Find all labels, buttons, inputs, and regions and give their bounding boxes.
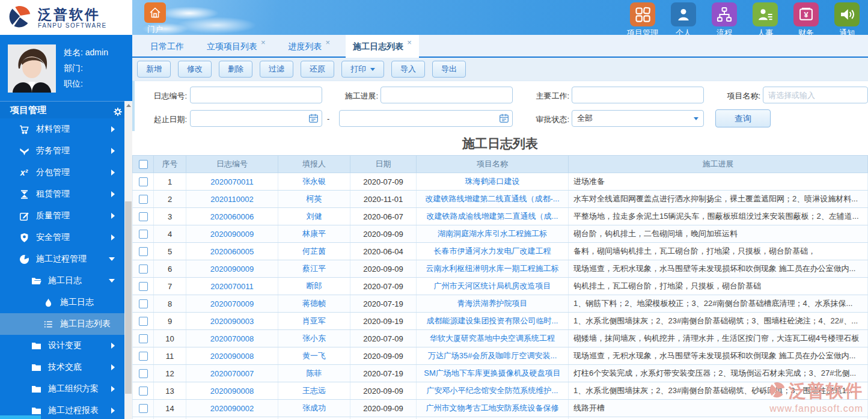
cell-reporter-link[interactable]: 黄一飞 <box>302 351 326 360</box>
cell-project-link[interactable]: 珠海鹤港口建设 <box>465 177 520 186</box>
cell-log-code-link[interactable]: 2020070011 <box>210 177 253 186</box>
export-button[interactable]: 导出 <box>432 61 466 78</box>
row-checkbox[interactable] <box>139 195 148 204</box>
row-checkbox[interactable] <box>139 387 148 396</box>
cell-log-code-link[interactable]: 2020070011 <box>210 282 253 291</box>
row-checkbox[interactable] <box>139 317 148 326</box>
delete-button[interactable]: 删除 <box>219 61 252 78</box>
add-button[interactable]: 新增 <box>137 61 171 78</box>
search-button[interactable]: 查询 <box>715 109 771 127</box>
scrollbar-thumb[interactable] <box>125 201 132 394</box>
cell-log-code-link[interactable]: 2020090009 <box>210 265 254 274</box>
date-to-input[interactable] <box>339 110 513 127</box>
row-checkbox[interactable] <box>139 177 148 186</box>
nav-finance[interactable]: ¥财务 <box>789 2 824 38</box>
cell-reporter-link[interactable]: 张成功 <box>302 403 326 412</box>
cell-project-link[interactable]: 改建铁路成渝线增建第二直通线（成... <box>427 212 558 221</box>
row-checkbox[interactable] <box>139 299 148 308</box>
sidebar-item-lease-management[interactable]: 租赁管理 <box>0 183 124 205</box>
sidebar-item-construction-log[interactable]: 施工日志 <box>0 292 124 313</box>
approval-status-select[interactable]: 全部 <box>572 110 704 127</box>
row-checkbox[interactable] <box>139 352 148 361</box>
sidebar-item-construction-org-plan[interactable]: 施工组织方案 <box>0 378 124 400</box>
row-checkbox[interactable] <box>139 282 148 291</box>
sidebar-item-subcontract-management[interactable]: x²分包管理 <box>0 162 124 183</box>
sidebar-item-technical-disclosure[interactable]: 技术交底 <box>0 356 124 378</box>
cell-reporter-link[interactable]: 张永银 <box>302 177 326 186</box>
close-icon[interactable]: × <box>407 35 412 54</box>
restore-button[interactable]: 还原 <box>301 61 334 78</box>
cell-reporter-link[interactable]: 断郎 <box>307 281 322 290</box>
sidebar-item-construction-log-list[interactable]: 施工日志列表 <box>0 313 124 335</box>
nav-portal[interactable]: 门户 <box>141 2 170 35</box>
cell-log-code-link[interactable]: 2020090008 <box>210 387 254 396</box>
nav-hr[interactable]: 人事 <box>748 2 783 38</box>
cell-log-code-link[interactable]: 2020070008 <box>210 334 254 343</box>
row-checkbox[interactable] <box>139 404 148 413</box>
row-checkbox[interactable] <box>139 369 148 378</box>
cell-log-code-link[interactable]: 2020090002 <box>210 404 254 413</box>
calendar-icon[interactable] <box>308 113 319 123</box>
cell-reporter-link[interactable]: 何芷茵 <box>302 246 326 255</box>
project-name-input[interactable] <box>763 87 868 103</box>
cell-reporter-link[interactable]: 柯英 <box>307 194 322 203</box>
cell-reporter-link[interactable]: 林康平 <box>302 229 326 238</box>
sidebar-item-labor-management[interactable]: 劳务管理 <box>0 140 124 162</box>
sidebar-item-design-change[interactable]: 设计变更 <box>0 335 124 356</box>
cell-project-link[interactable]: SM广场地下车库更换摄像机及硬盘项目 <box>424 369 561 378</box>
cell-project-link[interactable]: 长春市伊通河水力发电厂改建工程 <box>434 246 551 255</box>
cell-log-code-link[interactable]: 2020090008 <box>210 352 254 361</box>
cell-project-link[interactable]: 万达广场35#会所及咖啡厅空调安装... <box>428 351 557 360</box>
edit-button[interactable]: 修改 <box>178 61 212 78</box>
main-work-input[interactable] <box>572 87 704 103</box>
cell-reporter-link[interactable]: 张小东 <box>302 334 326 343</box>
close-icon[interactable]: × <box>261 35 266 54</box>
cell-project-link[interactable]: 成都能源建设集团投资有限公司临时... <box>427 316 558 325</box>
tab-daily-work[interactable]: 日常工作 <box>143 35 191 58</box>
print-button[interactable]: 打印 <box>341 61 384 78</box>
sidebar-item-safety-management[interactable]: 安全管理 <box>0 227 124 248</box>
row-checkbox[interactable] <box>139 230 148 239</box>
cell-reporter-link[interactable]: 蒋德帧 <box>302 299 326 308</box>
cell-log-code-link[interactable]: 2020090009 <box>210 230 254 239</box>
nav-project-management[interactable]: 项目管理 <box>625 2 660 38</box>
tab-project-list[interactable]: 立项项目列表× <box>200 35 273 58</box>
progress-input[interactable] <box>381 87 513 103</box>
tab-progress-list[interactable]: 进度列表× <box>281 35 338 58</box>
calendar-icon[interactable] <box>499 113 509 123</box>
cell-reporter-link[interactable]: 陈菲 <box>307 369 322 378</box>
date-from-input[interactable] <box>190 110 322 127</box>
sidebar-item-construction-log-folder[interactable]: 施工日志 <box>0 270 124 292</box>
cell-reporter-link[interactable]: 刘健 <box>307 212 322 221</box>
select-all-checkbox[interactable] <box>139 160 148 169</box>
cell-project-link[interactable]: 广州市天河区统计局机房改造项目 <box>434 281 551 290</box>
cell-project-link[interactable]: 广州市文物考古工地安防系统设备保修 <box>426 403 559 412</box>
cell-log-code-link[interactable]: 2020090003 <box>210 317 254 326</box>
nav-personal[interactable]: 个人 <box>666 2 701 38</box>
cell-reporter-link[interactable]: 肖亚军 <box>302 316 326 325</box>
row-checkbox[interactable] <box>139 334 148 343</box>
scrollbar-up-arrow-icon[interactable] <box>124 101 132 109</box>
cell-log-code-link[interactable]: 2020070007 <box>210 369 254 378</box>
row-checkbox[interactable] <box>139 212 148 221</box>
sidebar-scrollbar[interactable] <box>124 101 132 419</box>
close-icon[interactable]: × <box>326 35 331 54</box>
cell-project-link[interactable]: 改建铁路线增建第二线直通线（成都-... <box>425 194 559 203</box>
cell-log-code-link[interactable]: 2020060005 <box>210 247 254 256</box>
row-checkbox[interactable] <box>139 247 148 256</box>
cell-project-link[interactable]: 华软大厦研究基地中央空调系统工程 <box>430 334 555 343</box>
tab-construction-log-list[interactable]: 施工日志列表× <box>346 35 419 58</box>
filter-button[interactable]: 过滤 <box>260 61 293 78</box>
sidebar-section-header[interactable]: 项目管理 <box>0 101 132 118</box>
cell-reporter-link[interactable]: 王志远 <box>302 386 326 395</box>
cell-log-code-link[interactable]: 2020110002 <box>210 195 253 204</box>
import-button[interactable]: 导入 <box>391 61 425 78</box>
cell-project-link[interactable]: 广安邓小平纪念馆安全防范系统维护... <box>427 386 558 395</box>
cell-log-code-link[interactable]: 2020070009 <box>210 299 254 308</box>
nav-notice[interactable]: 通知 <box>830 2 864 38</box>
cell-project-link[interactable]: 云南水利枢纽潜明水库一期工程施工标 <box>426 264 559 273</box>
nav-workflow[interactable]: 流程 <box>707 2 742 38</box>
cell-project-link[interactable]: 青海洪湖养护院项目 <box>457 299 528 308</box>
log-no-input[interactable] <box>190 87 322 103</box>
sidebar-item-construction-process-management[interactable]: 施工过程管理 <box>0 248 124 270</box>
